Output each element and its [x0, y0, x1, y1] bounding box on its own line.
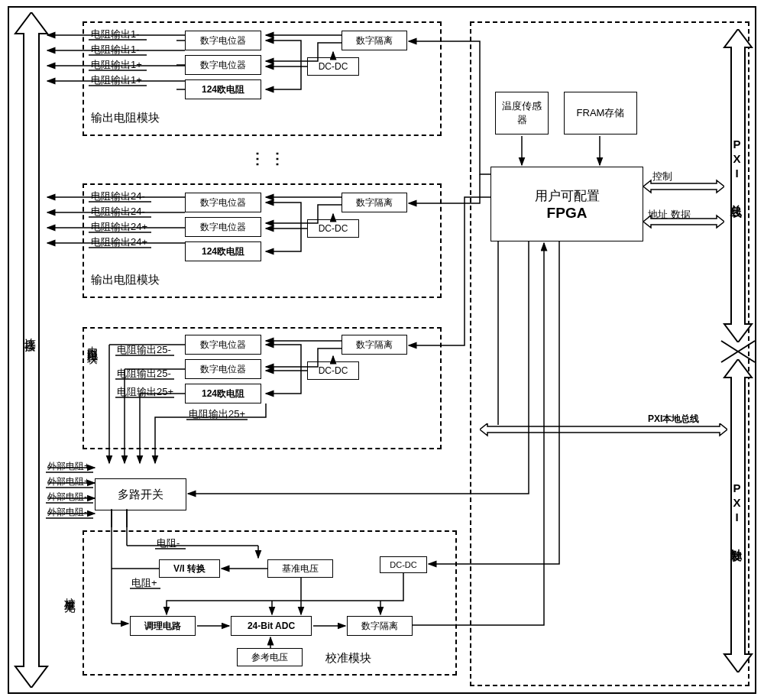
interconnect-wires — [9, 8, 758, 695]
diagram-frame: 连接器 数字电位器 数字电位器 124欧电阻 DC-DC 数字隔离 输出电阻模块… — [8, 6, 756, 694]
